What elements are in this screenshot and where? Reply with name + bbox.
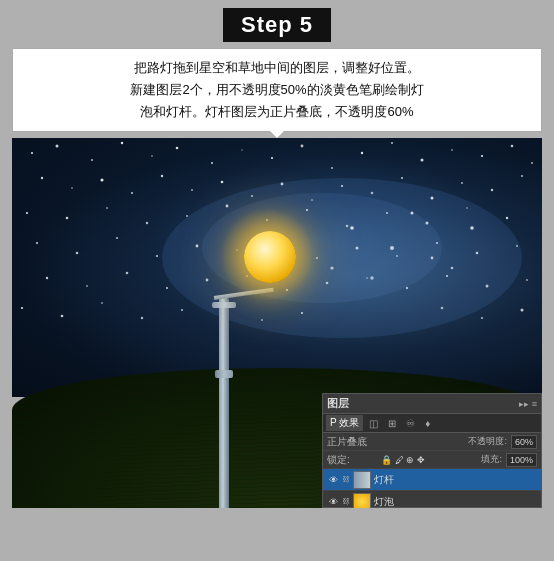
ps-lock-row: 锁定: 🔒 🖊 ⊕ ✥ 填充: 100% xyxy=(323,451,541,469)
ps-panel-title: 图层 xyxy=(327,396,349,411)
ps-tab-effects[interactable]: P 效果 xyxy=(326,415,363,431)
ps-lock-label: 锁定: xyxy=(327,453,377,467)
ps-eye-lamp-globe[interactable]: 👁 xyxy=(327,496,339,508)
ps-tabs-row: P 效果 ◫ ⊞ ♾ ♦ xyxy=(323,414,541,433)
lamp-pole-cap xyxy=(212,302,236,308)
step-title: Step 5 xyxy=(223,8,331,42)
ps-fill-label: 填充: xyxy=(481,453,502,466)
scene-wrapper: 图层 ▸▸ ≡ P 效果 ◫ ⊞ ♾ ♦ 正片叠底 不透明度: 60% xyxy=(12,138,542,508)
ps-panel: 图层 ▸▸ ≡ P 效果 ◫ ⊞ ♾ ♦ 正片叠底 不透明度: 60% xyxy=(322,393,542,508)
ps-lock-icons: 🔒 🖊 ⊕ ✥ xyxy=(381,455,425,465)
ps-icon-2[interactable]: ≡ xyxy=(532,399,537,409)
lamp-pole xyxy=(219,298,229,508)
ps-tab-2[interactable]: ◫ xyxy=(365,417,382,430)
ps-opacity-label: 不透明度: xyxy=(468,435,507,448)
ps-icon-1[interactable]: ▸▸ xyxy=(519,399,529,409)
ps-layer-name-lamp-post: 灯杆 xyxy=(374,473,537,487)
ps-thumb-lamp-globe xyxy=(353,493,371,509)
ps-tab-3[interactable]: ⊞ xyxy=(384,417,400,430)
main-container: Step 5 把路灯拖到星空和草地中间的图层，调整好位置。新建图层2个，用不透明… xyxy=(0,0,554,561)
ps-blend-row: 正片叠底 不透明度: 60% xyxy=(323,433,541,451)
lamp-globe xyxy=(244,231,296,283)
ps-layer-name-lamp-globe: 灯泡 xyxy=(374,495,537,509)
ps-tab-5[interactable]: ♦ xyxy=(421,417,434,430)
ps-fill-value[interactable]: 100% xyxy=(506,453,537,467)
ps-link-lamp-globe: ⛓ xyxy=(342,497,350,506)
description-text: 把路灯拖到星空和草地中间的图层，调整好位置。新建图层2个，用不透明度50%的淡黄… xyxy=(130,60,423,119)
description-box: 把路灯拖到星空和草地中间的图层，调整好位置。新建图层2个，用不透明度50%的淡黄… xyxy=(12,48,542,132)
ps-eye-lamp-post[interactable]: 👁 xyxy=(327,474,339,486)
ps-panel-header: 图层 ▸▸ ≡ xyxy=(323,394,541,414)
ps-panel-controls: ▸▸ ≡ xyxy=(519,399,537,409)
ps-opacity-value[interactable]: 60% xyxy=(511,435,537,449)
ps-thumb-lamp-post xyxy=(353,471,371,489)
ps-tab-4[interactable]: ♾ xyxy=(402,417,419,430)
ps-layers-list: 👁 ⛓ 灯杆 👁 ⛓ 灯泡 👁 ⛓ 星江 xyxy=(323,469,541,508)
ps-blend-label: 正片叠底 xyxy=(327,435,377,449)
lamp-pole-decoration xyxy=(215,370,233,378)
ps-layer-lamp-globe[interactable]: 👁 ⛓ 灯泡 xyxy=(323,491,541,508)
ps-layer-lamp-post[interactable]: 👁 ⛓ 灯杆 xyxy=(323,469,541,491)
ps-link-lamp-post: ⛓ xyxy=(342,475,350,484)
